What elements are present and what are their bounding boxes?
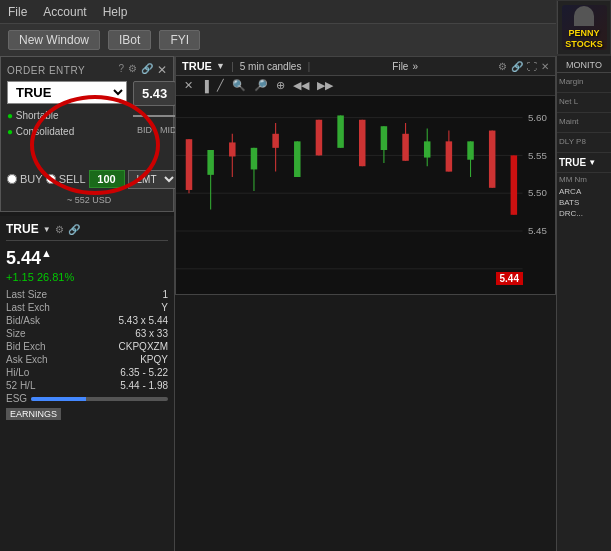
chart-plus-icon[interactable]: ⊕ bbox=[274, 78, 287, 93]
svg-rect-36 bbox=[511, 155, 517, 214]
ask-exch-label: Ask Exch bbox=[6, 354, 48, 365]
chart-zoom-in-icon[interactable]: 🔍 bbox=[230, 78, 248, 93]
svg-rect-30 bbox=[446, 141, 452, 171]
buy-radio[interactable] bbox=[7, 174, 17, 184]
chart-top-panel: TRUE ▼ | 5 min candles | File » ⚙ 🔗 ⛶ ✕ … bbox=[175, 56, 556, 295]
order-entry-icons: ? ⚙ 🔗 ✕ bbox=[118, 63, 167, 77]
sell-radio[interactable] bbox=[46, 174, 56, 184]
quote-header: TRUE ▼ ⚙ 🔗 bbox=[6, 222, 168, 241]
chart-bar-icon[interactable]: ▐ bbox=[199, 79, 211, 93]
quote-panel: TRUE ▼ ⚙ 🔗 5.44▲ +1.15 26.81% Last Size … bbox=[0, 216, 174, 551]
chart-sep2: | bbox=[307, 60, 310, 72]
chart-arrow-left-icon[interactable]: ◀◀ bbox=[291, 78, 311, 93]
svg-rect-26 bbox=[402, 134, 408, 161]
chart-gear-icon[interactable]: ⚙ bbox=[498, 61, 507, 72]
penny-stocks-text: PENNY STOCKS bbox=[565, 28, 602, 50]
close-icon[interactable]: ✕ bbox=[157, 63, 167, 77]
net-liq-label: Net L bbox=[559, 97, 609, 106]
earnings-badge: EARNINGS bbox=[6, 408, 61, 420]
chart-line-icon[interactable]: ╱ bbox=[215, 78, 226, 93]
order-type-select[interactable]: LMT bbox=[128, 170, 178, 189]
bid-exch-value: CKPQXZM bbox=[119, 341, 168, 352]
menu-file[interactable]: File bbox=[8, 5, 27, 19]
svg-rect-8 bbox=[207, 150, 213, 175]
svg-rect-10 bbox=[229, 142, 235, 156]
svg-text:5.60: 5.60 bbox=[528, 112, 548, 123]
svg-rect-6 bbox=[186, 139, 192, 190]
bidask-value: 5.43 x 5.44 bbox=[119, 315, 168, 326]
mm-row-arca: ARCA bbox=[557, 186, 611, 197]
last-size-value: 1 bbox=[162, 289, 168, 300]
order-entry-header: ORDER ENTRY ? ⚙ 🔗 ✕ bbox=[7, 63, 167, 77]
hilo-label: Hi/Lo bbox=[6, 367, 29, 378]
mm-arca-name: ARCA bbox=[559, 187, 581, 196]
chart-sep: | bbox=[231, 60, 234, 72]
chart-zoom-out-icon[interactable]: 🔎 bbox=[252, 78, 270, 93]
52hl-value: 5.44 - 1.98 bbox=[120, 380, 168, 391]
chart-cross-icon[interactable]: ✕ bbox=[182, 78, 195, 93]
svg-rect-14 bbox=[272, 134, 278, 148]
svg-rect-12 bbox=[251, 148, 257, 170]
svg-text:5.55: 5.55 bbox=[528, 150, 547, 161]
svg-rect-32 bbox=[467, 141, 473, 159]
quote-row-hilo: Hi/Lo 6.35 - 5.22 bbox=[6, 367, 168, 378]
quote-row-size: Size 63 x 33 bbox=[6, 328, 168, 339]
link-icon[interactable]: 🔗 bbox=[141, 63, 153, 77]
mm-row-bats: BATS bbox=[557, 197, 611, 208]
quote-row-bidexch: Bid Exch CKPQXZM bbox=[6, 341, 168, 352]
quote-row-lastexch: Last Exch Y bbox=[6, 302, 168, 313]
quote-row-52hl: 52 H/L 5.44 - 1.98 bbox=[6, 380, 168, 391]
buy-label: BUY bbox=[20, 173, 43, 185]
quote-triangle: ▼ bbox=[43, 225, 51, 234]
ask-exch-value: KPQY bbox=[140, 354, 168, 365]
stock-status: ● Shortable ● Consolidated bbox=[7, 108, 127, 140]
link-icon-quote[interactable]: 🔗 bbox=[68, 224, 80, 235]
svg-rect-18 bbox=[316, 120, 322, 156]
size-value: 63 x 33 bbox=[135, 328, 168, 339]
dly-section: DLY P8 bbox=[557, 133, 611, 153]
ibot-button[interactable]: IBot bbox=[108, 30, 151, 50]
main-area: ORDER ENTRY ? ⚙ 🔗 ✕ TRUE ● Shortable ● C… bbox=[0, 56, 611, 551]
sell-label: SELL bbox=[59, 173, 86, 185]
right-sidebar: MONITO Margin Net L Maint DLY P8 TRUE ▼ … bbox=[556, 56, 611, 551]
true-triangle-icon: ▼ bbox=[588, 158, 596, 167]
question-icon[interactable]: ? bbox=[118, 63, 124, 77]
gear-icon-quote[interactable]: ⚙ bbox=[55, 224, 64, 235]
candle-chart-svg: 5.60 5.55 5.50 5.45 bbox=[176, 96, 555, 285]
chart-close-icon[interactable]: ✕ bbox=[541, 61, 549, 72]
margin-section: Margin bbox=[557, 73, 611, 93]
esg-bar bbox=[31, 397, 168, 401]
menu-account[interactable]: Account bbox=[43, 5, 86, 19]
symbol-select[interactable]: TRUE bbox=[7, 81, 127, 104]
chart-file[interactable]: File bbox=[392, 61, 408, 72]
shortable-dot: ● bbox=[7, 110, 13, 121]
mm-drc-name: DRC... bbox=[559, 209, 583, 218]
menu-help[interactable]: Help bbox=[103, 5, 128, 19]
quote-row-bidask: Bid/Ask 5.43 x 5.44 bbox=[6, 315, 168, 326]
usd-label: ~ 552 USD bbox=[7, 195, 167, 205]
chart-timeframe: 5 min candles bbox=[240, 61, 302, 72]
chart-link-icon[interactable]: 🔗 bbox=[511, 61, 523, 72]
esg-row: ESG bbox=[6, 393, 168, 404]
svg-rect-34 bbox=[489, 131, 495, 188]
last-exch-label: Last Exch bbox=[6, 302, 50, 313]
penny-stocks-badge[interactable]: PENNY STOCKS bbox=[556, 0, 611, 55]
chart-arrow-right-icon[interactable]: ▶▶ bbox=[315, 78, 335, 93]
quantity-field[interactable]: 100 bbox=[89, 170, 125, 188]
quote-row-askexch: Ask Exch KPQY bbox=[6, 354, 168, 365]
svg-rect-20 bbox=[337, 115, 343, 147]
gear-icon[interactable]: ⚙ bbox=[128, 63, 137, 77]
new-window-button[interactable]: New Window bbox=[8, 30, 100, 50]
chart-area: 5.60 5.55 5.50 5.45 5.44 bbox=[176, 96, 555, 285]
fyi-button[interactable]: FYI bbox=[159, 30, 200, 50]
bid-exch-label: Bid Exch bbox=[6, 341, 45, 352]
maint-section: Maint bbox=[557, 113, 611, 133]
quote-symbol: TRUE bbox=[6, 222, 39, 236]
mm-nm-header: MM Nm bbox=[559, 175, 587, 184]
bid-price-button[interactable]: 5.43 bbox=[133, 81, 176, 106]
quote-price: 5.44▲ bbox=[6, 247, 168, 269]
bid-label: BID bbox=[137, 125, 152, 135]
svg-rect-24 bbox=[381, 126, 387, 150]
last-exch-value: Y bbox=[161, 302, 168, 313]
chart-expand-icon[interactable]: ⛶ bbox=[527, 61, 537, 72]
